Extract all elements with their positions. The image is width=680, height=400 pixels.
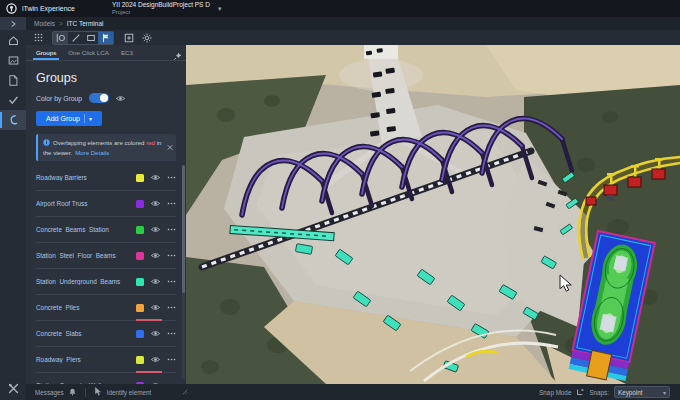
expand-panel-icon[interactable] xyxy=(0,17,26,30)
color-by-group-label: Color by Group xyxy=(36,95,82,102)
tab-one-click-lca[interactable]: One Click LCA xyxy=(62,45,115,60)
group-eye-icon[interactable] xyxy=(151,200,160,207)
isolate-tool-icon[interactable] xyxy=(53,32,68,44)
group-menu-icon[interactable] xyxy=(167,202,176,205)
group-name-link[interactable]: Station_Steel_Floor_Beams xyxy=(36,252,136,259)
messages-label[interactable]: Messages xyxy=(35,389,64,396)
select-caret-icon: ▾ xyxy=(663,389,666,396)
apps-grid-icon[interactable] xyxy=(31,32,46,44)
tools-icon[interactable] xyxy=(0,378,26,398)
left-rail xyxy=(0,17,26,400)
info-icon xyxy=(43,139,50,148)
group-row: Airport Roof Truss xyxy=(36,191,176,217)
identify-element-label: Identify element xyxy=(107,389,151,396)
group-row: Roadway Barriers xyxy=(36,165,176,191)
group-eye-icon[interactable] xyxy=(151,226,160,233)
group-menu-icon[interactable] xyxy=(167,332,176,335)
group-menu-icon[interactable] xyxy=(167,228,176,231)
group-name-link[interactable]: Concrete_Slabs xyxy=(36,330,136,337)
rectangle-tool-icon[interactable] xyxy=(83,32,98,44)
snaps-label: Snaps: xyxy=(589,389,609,396)
group-row: Concrete_Slabs xyxy=(36,321,176,347)
breadcrumb-current: ITC Terminal xyxy=(67,20,104,27)
group-color-swatch[interactable] xyxy=(136,252,144,260)
group-row: Station_Underground_Beams xyxy=(36,269,176,295)
group-color-swatch[interactable] xyxy=(136,174,144,182)
group-menu-icon[interactable] xyxy=(167,280,176,283)
settings-gear-icon[interactable] xyxy=(139,32,154,44)
group-color-swatch[interactable] xyxy=(136,356,144,364)
group-row: Concrete_Beams_Station xyxy=(36,217,176,243)
group-name-link[interactable]: Roadway Barriers xyxy=(36,174,136,181)
page-title: Groups xyxy=(36,71,176,85)
home-icon[interactable] xyxy=(0,30,26,50)
group-eye-icon[interactable] xyxy=(151,252,160,259)
group-color-swatch[interactable] xyxy=(136,226,144,234)
project-caret-icon[interactable]: ▾ xyxy=(218,5,222,13)
breadcrumb-parent[interactable]: Models xyxy=(34,20,55,27)
project-type-label: Project xyxy=(112,9,210,16)
group-color-swatch[interactable] xyxy=(136,304,144,312)
terminal-model-scene xyxy=(186,45,680,384)
group-row: Roadway_Piers xyxy=(36,347,176,373)
groups-tool-icon[interactable] xyxy=(0,110,26,130)
group-name-link[interactable]: Concrete_Piles xyxy=(36,304,136,311)
visibility-eye-icon[interactable] xyxy=(116,95,125,102)
statusbar-right: Snap Mode Snaps: Keypoint ▾ xyxy=(539,386,680,398)
group-menu-icon[interactable] xyxy=(167,358,176,361)
banner-close-icon[interactable] xyxy=(167,143,173,152)
project-name: YII 2024 DesignBuildProject PS D xyxy=(112,1,210,8)
breadcrumb-separator: > xyxy=(59,20,63,27)
resize-grip-icon[interactable] xyxy=(182,389,188,396)
tab-groups[interactable]: Groups xyxy=(30,45,62,60)
saved-views-icon[interactable] xyxy=(0,50,26,70)
panel-body: Groups Color by Group Add Group▾ Overlap… xyxy=(26,71,186,384)
viewport-3d[interactable] xyxy=(186,45,680,384)
color-by-group-row: Color by Group xyxy=(36,93,176,103)
group-color-swatch[interactable] xyxy=(136,200,144,208)
group-name-link[interactable]: Roadway_Piers xyxy=(36,356,136,363)
viewport-toolbar xyxy=(26,30,680,45)
snap-mode-label[interactable]: Snap Mode xyxy=(539,389,571,396)
documents-icon[interactable] xyxy=(0,70,26,90)
tab-ec3[interactable]: EC3 xyxy=(115,45,139,60)
app-window: iTwin Experience YII 2024 DesignBuildPro… xyxy=(0,0,680,400)
group-name-link[interactable]: Concrete_Beams_Station xyxy=(36,226,136,233)
line-tool-icon[interactable] xyxy=(68,32,83,44)
color-by-group-toggle[interactable] xyxy=(89,93,109,103)
more-details-link[interactable]: More Details xyxy=(75,149,109,156)
add-group-button[interactable]: Add Group▾ xyxy=(36,111,102,126)
group-eye-icon[interactable] xyxy=(151,174,160,181)
statusbar-left: Messages Identify element xyxy=(26,387,188,397)
group-eye-icon[interactable] xyxy=(151,330,160,337)
group-menu-icon[interactable] xyxy=(167,254,176,257)
snap-mode-icon[interactable] xyxy=(576,388,584,397)
banner-highlight: red xyxy=(146,139,155,146)
add-widget-icon[interactable] xyxy=(121,32,136,44)
info-banner: Overlapping elements are colored red in … xyxy=(36,134,176,161)
group-color-swatch[interactable] xyxy=(136,278,144,286)
app-bar: iTwin Experience YII 2024 DesignBuildPro… xyxy=(0,0,680,17)
panel-scrollbar[interactable] xyxy=(182,165,185,379)
itwin-logo-icon xyxy=(6,3,17,14)
snaps-select[interactable]: Keypoint ▾ xyxy=(614,386,670,398)
app-title: iTwin Experience xyxy=(22,5,75,12)
group-row: Station_Steel_Floor_Beams xyxy=(36,243,176,269)
group-color-swatch[interactable] xyxy=(136,330,144,338)
group-eye-icon[interactable] xyxy=(151,356,160,363)
group-menu-icon[interactable] xyxy=(167,176,176,179)
validation-icon[interactable] xyxy=(0,90,26,110)
groups-panel: Groups One Click LCA EC3 Groups Color by… xyxy=(26,45,186,384)
group-eye-icon[interactable] xyxy=(151,278,160,285)
flag-tool-icon[interactable] xyxy=(98,32,113,44)
group-name-link[interactable]: Station_Underground_Beams xyxy=(36,278,136,285)
project-switcher[interactable]: YII 2024 DesignBuildProject PS D Project xyxy=(102,1,210,15)
group-menu-icon[interactable] xyxy=(167,306,176,309)
group-row: Station_Concrete_Walls xyxy=(36,373,176,384)
pin-icon[interactable] xyxy=(173,47,182,65)
identify-cursor-icon xyxy=(95,387,102,397)
bell-icon[interactable] xyxy=(69,388,76,397)
group-list: Roadway Barriers Airport Roof Truss Conc… xyxy=(36,165,176,384)
group-name-link[interactable]: Airport Roof Truss xyxy=(36,200,136,207)
group-eye-icon[interactable] xyxy=(151,304,160,311)
